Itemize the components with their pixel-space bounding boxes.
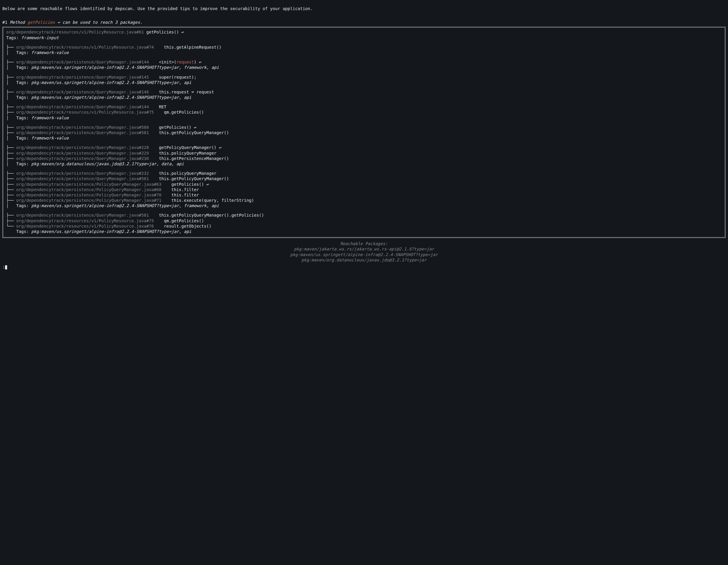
- tags-value: pkg:maven/us.springett/alpine-infra@2.2.…: [31, 65, 219, 70]
- tree-prefix: ├──: [6, 45, 16, 50]
- tree-path: org/dependencytrack/persistence/PolicyQu…: [16, 182, 162, 187]
- tree-group: ├── org/dependencytrack/persistence/Quer…: [6, 145, 722, 167]
- flow-method-name: getPolicies: [27, 20, 55, 25]
- flow-index: #1: [2, 20, 7, 25]
- tree-group: ├── org/dependencytrack/persistence/Quer…: [6, 104, 722, 121]
- root-tags: Tags: framework-input: [6, 35, 722, 40]
- tree-path: org/dependencytrack/persistence/QueryMan…: [16, 156, 149, 161]
- tree-prefix: ├──: [6, 105, 16, 109]
- tree-line: ├── org/dependencytrack/resources/v1/Pol…: [6, 45, 722, 50]
- tree-prefix: ├──: [6, 176, 16, 181]
- tree-path: org/dependencytrack/persistence/QueryMan…: [16, 171, 149, 176]
- tree-container: ├── org/dependencytrack/resources/v1/Pol…: [6, 45, 722, 234]
- tree-prefix: ├──: [6, 125, 16, 130]
- tree-call: this.filter: [171, 193, 199, 197]
- tree-path: org/dependencytrack/resources/v1/PolicyR…: [16, 224, 154, 229]
- tree-call: result.getObjects(): [164, 224, 211, 229]
- tree-line: ├── org/dependencytrack/persistence/Poli…: [6, 187, 722, 192]
- reachable-package: pkg:maven/us.springett/alpine-infra@2.2.…: [2, 252, 726, 257]
- tree-call-highlight: request: [176, 60, 194, 64]
- flow-method-label: Method: [10, 20, 25, 25]
- tree-line: ├── org/dependencytrack/persistence/Quer…: [6, 104, 722, 110]
- tree-tags: Tags: pkg:maven/us.springett/alpine-infr…: [6, 229, 722, 234]
- tree-call: this.policyQueryManager: [159, 171, 216, 176]
- tree-group: ├── org/dependencytrack/persistence/Quer…: [6, 213, 722, 234]
- tags-label: Tags:: [6, 35, 19, 40]
- tags-value: pkg:maven/us.springett/alpine-infra@2.2.…: [31, 95, 191, 100]
- tree-path: org/dependencytrack/resources/v1/PolicyR…: [16, 45, 154, 50]
- tree-prefix: ├──: [6, 151, 16, 156]
- tree-call: getPolicies() ↩: [159, 125, 196, 130]
- root-call: getPolicies() ↩: [146, 30, 184, 34]
- tree-path: org/dependencytrack/resources/v1/PolicyR…: [16, 110, 154, 115]
- flow-arrow: ↩: [57, 20, 60, 25]
- tags-value: pkg:maven/us.springett/alpine-infra@2.2.…: [31, 203, 219, 208]
- tree-tags: │ Tags: framework-value: [6, 115, 722, 121]
- tree-prefix: ├──: [6, 75, 16, 80]
- tree-prefix: ├──: [6, 219, 16, 223]
- tree-path: org/dependencytrack/persistence/PolicyQu…: [16, 187, 162, 192]
- reachable-package: pkg:maven/org.datanucleus/javax.jdo@3.2.…: [2, 257, 726, 263]
- tags-value: pkg:maven/us.springett/alpine-infra@2.2.…: [31, 80, 191, 85]
- reachable-package: pkg:maven/jakarta.ws.rs/jakarta.ws.rs-ap…: [2, 246, 726, 252]
- flow-root-line: org/dependencytrack/resources/v1/PolicyR…: [6, 29, 722, 35]
- tree-group: ├── org/dependencytrack/persistence/Quer…: [6, 125, 722, 141]
- tree-line: ├── org/dependencytrack/persistence/Poli…: [6, 192, 722, 198]
- tree-group: ├── org/dependencytrack/persistence/Quer…: [6, 75, 722, 85]
- tree-path: org/dependencytrack/persistence/QueryMan…: [16, 130, 149, 135]
- tree-prefix: ├──: [6, 182, 16, 187]
- tree-line: ├── org/dependencytrack/persistence/Quer…: [6, 59, 722, 65]
- tree-tags: │ Tags: pkg:maven/us.springett/alpine-in…: [6, 80, 722, 85]
- tree-line: ├── org/dependencytrack/resources/v1/Pol…: [6, 110, 722, 115]
- tree-tags: │ Tags: framework-value: [6, 50, 722, 55]
- prompt-cursor[interactable]: :: [2, 265, 726, 270]
- tree-tags: │ Tags: pkg:maven/us.springett/alpine-in…: [6, 65, 722, 70]
- tree-prefix: ├──: [6, 213, 16, 218]
- tree-line: ├── org/dependencytrack/persistence/Quer…: [6, 75, 722, 80]
- tree-line: ├── org/dependencytrack/persistence/Quer…: [6, 130, 722, 135]
- tree-prefix: ├──: [6, 130, 16, 135]
- flow-box: org/dependencytrack/resources/v1/PolicyR…: [2, 27, 726, 238]
- tree-call: this.getAlpineRequest(): [164, 45, 221, 50]
- tags-value: pkg:maven/org.datanucleus/javax.jdo@3.2.…: [31, 162, 184, 166]
- tree-path: org/dependencytrack/persistence/QueryMan…: [16, 145, 149, 150]
- tree-tags: │ Tags: framework-value: [6, 135, 722, 141]
- tags-value: framework-value: [31, 116, 69, 120]
- tree-path: org/dependencytrack/persistence/QueryMan…: [16, 176, 149, 181]
- tree-line: ├── org/dependencytrack/persistence/Quer…: [6, 125, 722, 130]
- tree-call: qm.getPolicies(): [164, 110, 204, 115]
- tree-call: this.execute(query, filterString): [171, 198, 254, 203]
- tree-line: ├── org/dependencytrack/persistence/Quer…: [6, 156, 722, 161]
- tree-call: this.policyQueryManager: [159, 151, 216, 156]
- tree-prefix: └──: [6, 224, 16, 229]
- tree-call: qm.getPolicies(): [164, 219, 204, 223]
- tree-prefix: ├──: [6, 171, 16, 176]
- tree-prefix: ├──: [6, 198, 16, 203]
- tree-call: this.getPolicyQueryManager(): [159, 130, 229, 135]
- tree-path: org/dependencytrack/persistence/QueryMan…: [16, 75, 149, 80]
- tree-group: ├── org/dependencytrack/resources/v1/Pol…: [6, 45, 722, 55]
- tree-path: org/dependencytrack/persistence/QueryMan…: [16, 213, 149, 218]
- flow-suffix: can be used to reach 3 packages.: [62, 20, 143, 25]
- tree-path: org/dependencytrack/persistence/QueryMan…: [16, 90, 149, 94]
- root-path: org/dependencytrack/resources/v1/PolicyR…: [6, 30, 144, 34]
- tree-line: ├── org/dependencytrack/persistence/Quer…: [6, 145, 722, 150]
- tree-call: <init>(: [159, 60, 176, 64]
- tree-prefix: ├──: [6, 90, 16, 94]
- tree-path: org/dependencytrack/persistence/QueryMan…: [16, 151, 149, 156]
- tree-prefix: ├──: [6, 110, 16, 115]
- tree-path: org/dependencytrack/persistence/PolicyQu…: [16, 193, 162, 197]
- tree-call: this.getPolicyQueryManager().getPolicies…: [159, 213, 264, 218]
- tree-tags: │ Tags: pkg:maven/us.springett/alpine-in…: [6, 95, 722, 100]
- tree-line: ├── org/dependencytrack/persistence/Quer…: [6, 171, 722, 176]
- tree-path: org/dependencytrack/persistence/QueryMan…: [16, 125, 149, 130]
- tree-path: org/dependencytrack/persistence/QueryMan…: [16, 60, 149, 64]
- tree-line: ├── org/dependencytrack/persistence/Quer…: [6, 89, 722, 95]
- tags-value: framework-input: [21, 35, 59, 40]
- tree-call: this.getPersistenceManager(): [159, 156, 229, 161]
- tree-tags: │ Tags: pkg:maven/us.springett/alpine-in…: [6, 203, 722, 208]
- tree-line: └── org/dependencytrack/resources/v1/Pol…: [6, 224, 722, 229]
- reachable-title: Reachable Packages:: [2, 241, 726, 246]
- tree-prefix: ├──: [6, 145, 16, 150]
- tree-call: this.filter: [171, 187, 199, 192]
